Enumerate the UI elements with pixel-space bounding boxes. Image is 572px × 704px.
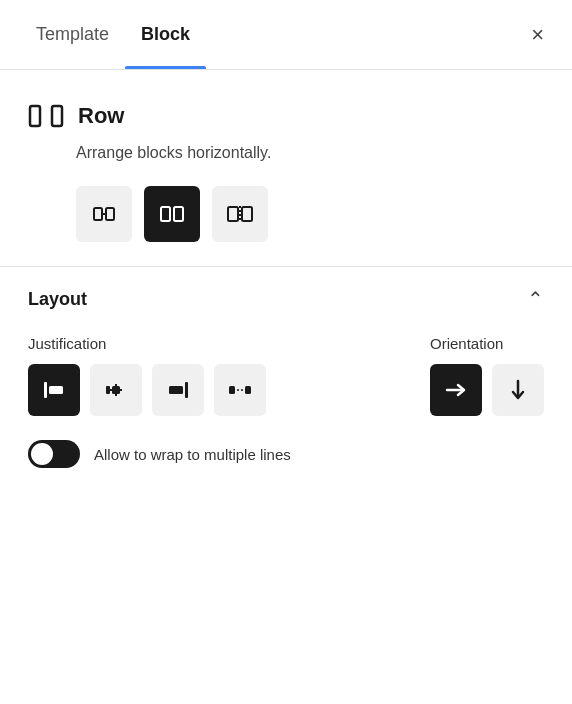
variant-split-button[interactable] bbox=[212, 186, 268, 242]
wrap-toggle-label: Allow to wrap to multiple lines bbox=[94, 446, 291, 463]
tabs-header: Template Block × bbox=[0, 0, 572, 70]
tab-block[interactable]: Block bbox=[125, 0, 206, 69]
justify-space-between-button[interactable] bbox=[214, 364, 266, 416]
svg-rect-2 bbox=[94, 208, 102, 220]
block-title: Row bbox=[78, 103, 124, 129]
controls-row: Justification bbox=[28, 335, 544, 416]
svg-rect-4 bbox=[161, 207, 170, 221]
close-button[interactable]: × bbox=[523, 0, 552, 69]
svg-rect-5 bbox=[174, 207, 183, 221]
orientation-label: Orientation bbox=[430, 335, 544, 352]
justify-start-button[interactable] bbox=[28, 364, 80, 416]
justification-group: Justification bbox=[28, 335, 266, 416]
layout-section: Layout ⌃ Justification bbox=[0, 267, 572, 496]
section-header: Layout ⌃ bbox=[28, 287, 544, 311]
svg-rect-16 bbox=[185, 382, 188, 398]
chevron-up-icon[interactable]: ⌃ bbox=[527, 287, 544, 311]
orientation-group: Orientation bbox=[430, 335, 544, 416]
svg-rect-11 bbox=[106, 386, 110, 394]
variant-row-button[interactable] bbox=[144, 186, 200, 242]
orient-vertical-button[interactable] bbox=[492, 364, 544, 416]
svg-rect-7 bbox=[242, 207, 252, 221]
panel: Template Block × Row Arrange blocks hori… bbox=[0, 0, 572, 496]
svg-rect-6 bbox=[228, 207, 238, 221]
layout-section-title: Layout bbox=[28, 289, 87, 310]
toggle-knob bbox=[31, 443, 53, 465]
justify-center-button[interactable] bbox=[90, 364, 142, 416]
wrap-toggle-row: Allow to wrap to multiple lines bbox=[28, 440, 544, 468]
block-info-section: Row Arrange blocks horizontally. bbox=[0, 70, 572, 267]
svg-rect-1 bbox=[52, 106, 62, 126]
wrap-toggle[interactable] bbox=[28, 440, 80, 468]
justify-end-button[interactable] bbox=[152, 364, 204, 416]
svg-rect-10 bbox=[49, 386, 63, 394]
block-description: Arrange blocks horizontally. bbox=[76, 144, 544, 162]
tab-template[interactable]: Template bbox=[20, 0, 125, 69]
orient-horizontal-button[interactable] bbox=[430, 364, 482, 416]
orientation-buttons bbox=[430, 364, 544, 416]
justification-buttons bbox=[28, 364, 266, 416]
variant-buttons bbox=[76, 186, 544, 242]
block-title-row: Row bbox=[28, 98, 544, 134]
svg-rect-17 bbox=[169, 386, 183, 394]
row-icon bbox=[28, 98, 64, 134]
variant-linked-button[interactable] bbox=[76, 186, 132, 242]
svg-rect-3 bbox=[106, 208, 114, 220]
justification-label: Justification bbox=[28, 335, 266, 352]
svg-rect-9 bbox=[44, 382, 47, 398]
svg-rect-0 bbox=[30, 106, 40, 126]
